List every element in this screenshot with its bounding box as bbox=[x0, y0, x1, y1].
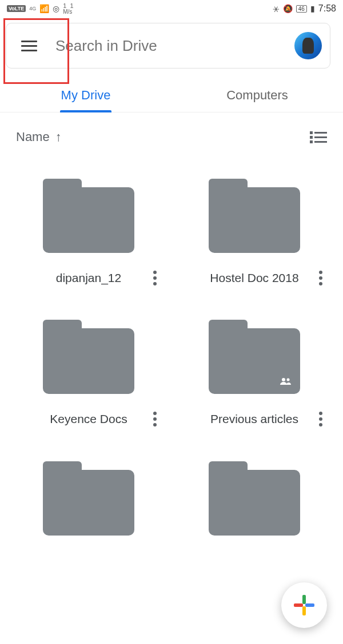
volte-badge: VoLTE bbox=[7, 5, 26, 12]
sort-label-text: Name bbox=[16, 130, 50, 144]
sort-button[interactable]: Name ↑ bbox=[16, 130, 62, 144]
svg-point-1 bbox=[287, 379, 290, 381]
sort-direction-icon: ↑ bbox=[55, 130, 62, 144]
add-new-button[interactable] bbox=[281, 582, 327, 628]
folder-name: Keyence Docs bbox=[17, 411, 160, 426]
signal-gen: 4G bbox=[29, 6, 36, 11]
battery-level: 46 bbox=[296, 5, 307, 13]
folder-icon bbox=[43, 461, 134, 536]
clock: 7:58 bbox=[318, 3, 336, 14]
signal-icon: 📶 bbox=[39, 4, 49, 13]
status-right: ⚹ 🔕 46 ▮ 7:58 bbox=[273, 3, 336, 14]
hamburger-menu-icon[interactable] bbox=[21, 34, 44, 57]
svg-point-0 bbox=[282, 378, 285, 381]
status-bar: VoLTE 4G 📶 ◎ 1 1 M/s ⚹ 🔕 46 ▮ 7:58 bbox=[0, 0, 343, 17]
tab-computers[interactable]: Computers bbox=[172, 78, 343, 112]
folder-icon bbox=[209, 320, 300, 394]
tab-my-drive[interactable]: My Drive bbox=[0, 78, 172, 112]
folder-item[interactable] bbox=[172, 450, 337, 575]
folder-item[interactable]: Hostel Doc 2018 bbox=[172, 167, 337, 308]
more-options-icon[interactable] bbox=[151, 409, 159, 429]
folder-icon bbox=[43, 320, 134, 394]
status-left: VoLTE 4G 📶 ◎ 1 1 M/s bbox=[7, 3, 74, 15]
tabs: My Drive Computers bbox=[0, 78, 343, 112]
folder-name: dipanjan_12 bbox=[17, 270, 160, 285]
more-options-icon[interactable] bbox=[317, 409, 325, 429]
more-options-icon[interactable] bbox=[317, 268, 325, 288]
bluetooth-icon: ⚹ bbox=[273, 4, 280, 14]
battery-icon: ▮ bbox=[310, 4, 315, 13]
network-speed: 1 1 M/s bbox=[63, 3, 73, 15]
folder-name: Hostel Doc 2018 bbox=[183, 270, 326, 285]
search-bar[interactable] bbox=[6, 23, 330, 69]
plus-icon bbox=[294, 595, 314, 615]
folder-icon bbox=[209, 179, 300, 253]
search-input[interactable] bbox=[55, 37, 294, 55]
folder-icon bbox=[209, 461, 300, 536]
folder-item[interactable]: dipanjan_12 bbox=[6, 167, 172, 308]
folder-icon bbox=[43, 179, 134, 253]
view-toggle-list-icon[interactable] bbox=[310, 131, 327, 143]
folder-item[interactable]: Keyence Docs bbox=[6, 308, 172, 449]
shared-icon bbox=[280, 376, 292, 388]
folder-grid: dipanjan_12 Hostel Doc 2018 Keyence Docs bbox=[0, 150, 343, 575]
folder-name: Previous articles bbox=[183, 411, 326, 426]
avatar[interactable] bbox=[294, 32, 322, 59]
dnd-icon: 🔕 bbox=[283, 4, 293, 13]
hotspot-icon: ◎ bbox=[53, 4, 59, 13]
folder-item[interactable]: Previous articles bbox=[172, 308, 337, 449]
folder-item[interactable] bbox=[6, 450, 172, 575]
more-options-icon[interactable] bbox=[151, 268, 159, 288]
